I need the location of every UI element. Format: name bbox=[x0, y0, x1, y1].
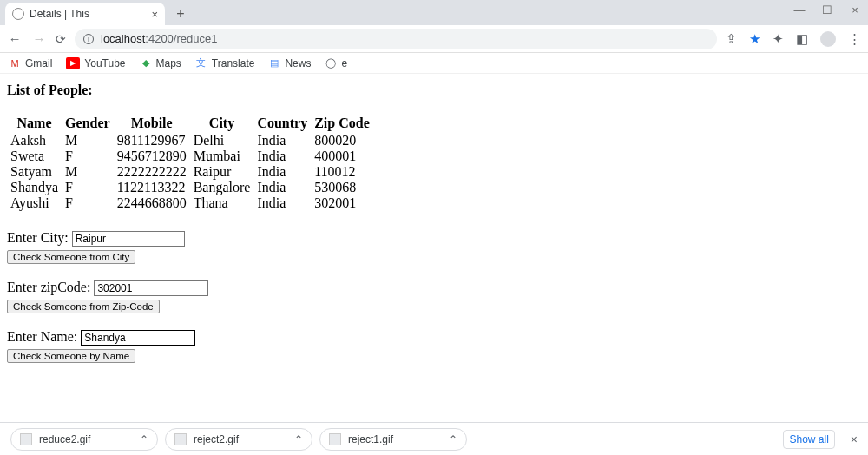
cell-name: Ayushi bbox=[7, 195, 62, 211]
cell-zip: 302001 bbox=[311, 195, 373, 211]
cell-city: Mumbai bbox=[190, 148, 254, 164]
table-row: AyushiF2244668800ThanaIndia302001 bbox=[7, 195, 373, 211]
download-filename: reject2.gif bbox=[194, 433, 239, 445]
download-item[interactable]: reject1.gif ⌃ bbox=[319, 428, 467, 451]
forward-button[interactable]: → bbox=[31, 31, 47, 46]
people-table: Name Gender Mobile City Country Zip Code… bbox=[7, 115, 373, 211]
city-form: Enter City: Check Someone from City bbox=[7, 230, 861, 264]
window-controls: — ☐ × bbox=[793, 3, 861, 16]
cell-name: Shandya bbox=[7, 180, 62, 195]
address-bar: ← → ⟳ i localhost:4200/reduce1 ⇪ ★ ✦ ◧ ⋮ bbox=[0, 25, 868, 53]
download-filename: reject1.gif bbox=[348, 433, 393, 445]
chevron-up-icon[interactable]: ⌃ bbox=[449, 433, 457, 445]
bookmark-news[interactable]: ▤ News bbox=[268, 57, 311, 69]
cell-gender: F bbox=[62, 148, 114, 164]
zip-form: Enter zipCode: Check Someone from Zip-Co… bbox=[7, 280, 861, 313]
table-row: SatyamM2222222222RaipurIndia110012 bbox=[7, 164, 373, 180]
cell-zip: 800020 bbox=[311, 133, 373, 148]
browser-tab[interactable]: Details | This × bbox=[5, 3, 165, 25]
news-icon: ▤ bbox=[268, 57, 280, 69]
close-tab-icon[interactable]: × bbox=[151, 8, 158, 21]
name-form: Enter Name: Check Someone by Name bbox=[7, 329, 861, 363]
reload-button[interactable]: ⟳ bbox=[56, 32, 66, 46]
cell-gender: M bbox=[62, 133, 114, 148]
page-content: List of People: Name Gender Mobile City … bbox=[0, 74, 868, 387]
col-country: Country bbox=[253, 115, 311, 133]
site-info-icon[interactable]: i bbox=[83, 34, 94, 44]
menu-icon[interactable]: ⋮ bbox=[848, 31, 861, 47]
cell-country: India bbox=[253, 133, 311, 148]
cell-city: Thana bbox=[190, 195, 254, 211]
table-header-row: Name Gender Mobile City Country Zip Code bbox=[7, 115, 373, 133]
close-downloads-bar-icon[interactable]: × bbox=[851, 432, 858, 446]
page-heading: List of People: bbox=[7, 82, 861, 98]
toolbar-icons: ⇪ ★ ✦ ◧ ⋮ bbox=[726, 31, 861, 47]
name-label: Enter Name: bbox=[7, 329, 77, 344]
cell-city: Delhi bbox=[190, 133, 254, 148]
show-all-downloads[interactable]: Show all bbox=[783, 430, 834, 449]
extensions-icon[interactable]: ✦ bbox=[773, 31, 784, 47]
bookmark-translate[interactable]: 文 Translate bbox=[195, 57, 255, 69]
youtube-icon: ▶ bbox=[66, 57, 80, 69]
bookmark-e[interactable]: ◯ e bbox=[325, 57, 347, 69]
new-tab-button[interactable]: + bbox=[170, 3, 191, 24]
check-city-button[interactable]: Check Someone from City bbox=[7, 250, 135, 264]
cell-zip: 110012 bbox=[311, 164, 373, 180]
zip-input[interactable] bbox=[94, 280, 208, 296]
close-window-icon[interactable]: × bbox=[849, 3, 861, 16]
cell-country: India bbox=[253, 180, 311, 195]
cell-mobile: 2222222222 bbox=[114, 164, 190, 180]
tab-strip: Details | This × + — ☐ × bbox=[0, 0, 868, 25]
tab-title: Details | This bbox=[30, 8, 146, 20]
minimize-icon[interactable]: — bbox=[793, 3, 806, 16]
globe-icon bbox=[12, 8, 24, 20]
bookmark-gmail[interactable]: M Gmail bbox=[9, 57, 52, 69]
col-city: City bbox=[190, 115, 254, 133]
url-text: localhost:4200/reduce1 bbox=[101, 32, 217, 45]
profile-avatar-icon[interactable] bbox=[820, 31, 836, 47]
cell-zip: 530068 bbox=[311, 180, 373, 195]
globe-icon: ◯ bbox=[325, 57, 337, 69]
check-zip-button[interactable]: Check Someone from Zip-Code bbox=[7, 300, 160, 313]
file-icon bbox=[20, 433, 32, 445]
chevron-up-icon[interactable]: ⌃ bbox=[140, 433, 148, 445]
url-field[interactable]: i localhost:4200/reduce1 bbox=[75, 29, 717, 49]
cell-name: Sweta bbox=[7, 148, 62, 164]
name-input[interactable] bbox=[81, 330, 195, 346]
table-row: ShandyaF1122113322BangaloreIndia530068 bbox=[7, 180, 373, 195]
cell-gender: F bbox=[62, 195, 114, 211]
cell-city: Raipur bbox=[190, 164, 254, 180]
col-gender: Gender bbox=[62, 115, 114, 133]
col-mobile: Mobile bbox=[114, 115, 190, 133]
cell-country: India bbox=[253, 148, 311, 164]
download-filename: reduce2.gif bbox=[39, 433, 90, 445]
file-icon bbox=[174, 433, 187, 445]
cell-mobile: 9811129967 bbox=[114, 133, 190, 148]
cell-gender: F bbox=[62, 180, 114, 195]
table-row: SwetaF9456712890MumbaiIndia400001 bbox=[7, 148, 373, 164]
gmail-icon: M bbox=[9, 57, 21, 69]
bookmark-maps[interactable]: ◆ Maps bbox=[140, 57, 181, 69]
cell-gender: M bbox=[62, 164, 114, 180]
city-label: Enter City: bbox=[7, 230, 69, 245]
cell-name: Aaksh bbox=[7, 133, 62, 148]
cell-city: Bangalore bbox=[190, 180, 254, 195]
bookmark-youtube[interactable]: ▶ YouTube bbox=[66, 57, 125, 69]
col-zipcode: Zip Code bbox=[311, 115, 373, 133]
cell-mobile: 1122113322 bbox=[114, 180, 190, 195]
share-icon[interactable]: ⇪ bbox=[726, 31, 737, 47]
bookmark-star-icon[interactable]: ★ bbox=[749, 31, 760, 47]
check-name-button[interactable]: Check Someone by Name bbox=[7, 349, 135, 363]
cell-name: Satyam bbox=[7, 164, 62, 180]
maps-icon: ◆ bbox=[140, 57, 152, 69]
download-item[interactable]: reject2.gif ⌃ bbox=[165, 428, 312, 451]
download-item[interactable]: reduce2.gif ⌃ bbox=[10, 428, 158, 451]
maximize-icon[interactable]: ☐ bbox=[821, 3, 833, 16]
col-name: Name bbox=[7, 115, 62, 133]
cell-mobile: 2244668800 bbox=[114, 195, 190, 211]
chevron-up-icon[interactable]: ⌃ bbox=[294, 433, 303, 445]
city-input[interactable] bbox=[72, 231, 185, 247]
side-panel-icon[interactable]: ◧ bbox=[796, 31, 808, 47]
back-button[interactable]: ← bbox=[7, 31, 23, 46]
table-row: AakshM9811129967DelhiIndia800020 bbox=[7, 133, 373, 148]
